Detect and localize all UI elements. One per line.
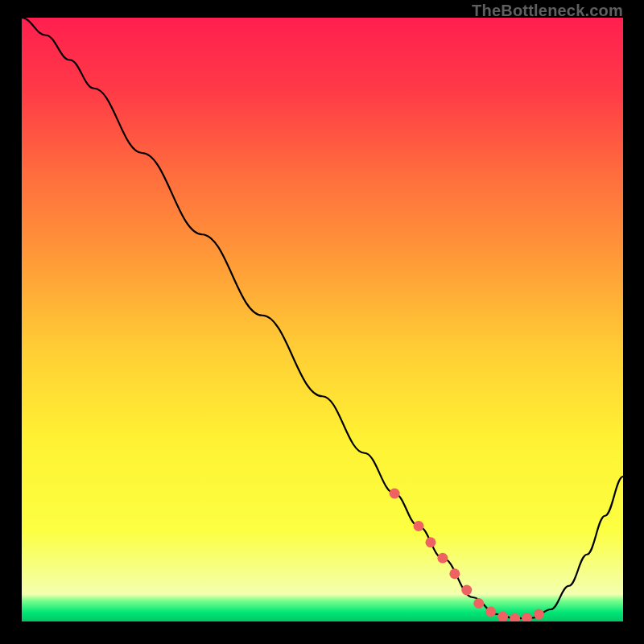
- marker-dot: [425, 537, 436, 547]
- marker-dot: [461, 585, 472, 596]
- marker-dot: [437, 553, 448, 564]
- marker-dot: [534, 609, 544, 620]
- marker-dot: [390, 489, 400, 499]
- marker-dot: [449, 568, 460, 579]
- chart-frame: TheBottleneck.com: [0, 0, 644, 644]
- marker-dot: [414, 521, 424, 531]
- marker-dot: [497, 612, 508, 622]
- marker-dot: [485, 607, 496, 617]
- chart-plot: [22, 18, 623, 621]
- marker-dot: [473, 598, 484, 609]
